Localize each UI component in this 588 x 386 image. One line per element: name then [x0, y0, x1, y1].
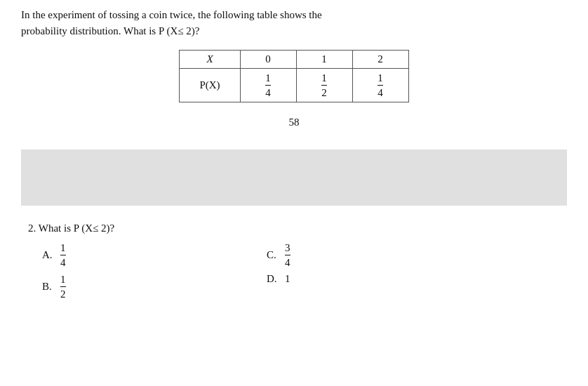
fraction-a: 1 4 [60, 241, 66, 269]
fraction-2: 1 4 [377, 72, 383, 99]
choice-b: B. 1 2 [42, 273, 267, 300]
table-header-row: X 0 1 2 [180, 51, 408, 69]
table-wrapper: X 0 1 2 P(X) 1 4 1 2 [21, 50, 567, 102]
choices-left-col: A. 1 4 B. 1 2 [42, 241, 267, 300]
choice-d-label: D. [267, 273, 281, 285]
cell-1: 1 2 [296, 69, 352, 102]
header-2: 2 [352, 51, 408, 69]
probability-table: X 0 1 2 P(X) 1 4 1 2 [179, 50, 408, 102]
question-text: In the experiment of tossing a coin twic… [21, 7, 567, 39]
choice-c-label: C. [267, 249, 281, 261]
cell-0: 1 4 [240, 69, 296, 102]
fraction-c: 3 4 [285, 241, 290, 269]
question-line2: probability distribution. What is P (X≤ … [21, 25, 199, 36]
fraction-b: 1 2 [60, 273, 66, 300]
header-x: X [180, 51, 240, 69]
question-line1: In the experiment of tossing a coin twic… [21, 9, 322, 20]
choices-container: A. 1 4 B. 1 2 C. 3 4 D. 1 [21, 241, 567, 300]
page-number: 58 [21, 117, 567, 128]
choice-b-label: B. [42, 281, 56, 293]
choice-a: A. 1 4 [42, 241, 267, 269]
cell-2: 1 4 [352, 69, 408, 102]
row-label: P(X) [180, 69, 240, 102]
header-0: 0 [240, 51, 296, 69]
table-data-row: P(X) 1 4 1 2 1 4 [180, 69, 408, 102]
header-1: 1 [296, 51, 352, 69]
choice-a-label: A. [42, 249, 56, 261]
fraction-0: 1 4 [265, 72, 271, 99]
choice-d: D. 1 [267, 273, 491, 285]
choices-right-col: C. 3 4 D. 1 [267, 241, 491, 300]
fraction-1: 1 2 [321, 72, 327, 99]
choice-c: C. 3 4 [267, 241, 491, 269]
choice-d-value: 1 [285, 273, 290, 285]
question2-text: 2. What is P (X≤ 2)? [21, 222, 567, 234]
gray-divider [21, 149, 567, 206]
